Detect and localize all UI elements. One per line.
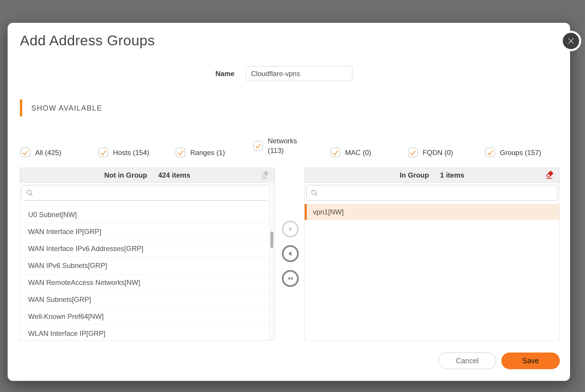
filter-group-networks: Networks (113) xyxy=(253,133,302,159)
panel-title: In Group xyxy=(400,171,429,179)
name-input[interactable] xyxy=(246,66,352,81)
filter-group-fqdn: FQDN (0) xyxy=(408,146,453,159)
list-item[interactable]: WAN Subnets[GRP] xyxy=(20,291,270,308)
checkbox-all[interactable] xyxy=(21,148,30,157)
section-title: SHOW AVAILABLE xyxy=(31,104,102,112)
name-field-row: Name xyxy=(215,66,352,81)
filter-label: Hosts (154) xyxy=(113,148,149,157)
checkbox-groups[interactable] xyxy=(486,148,495,157)
list-item-label: WAN Interface IP[GRP] xyxy=(28,228,101,235)
checkmark-icon xyxy=(255,142,262,150)
not-in-group-header: Not in Group 424 items xyxy=(20,168,275,183)
in-group-list: vpn1[NW] xyxy=(305,204,559,341)
close-button[interactable] xyxy=(563,33,579,49)
not-in-group-list: U0 Subnet[NW] WAN Interface IP[GRP] WAN … xyxy=(20,202,270,341)
clear-in-group-button[interactable] xyxy=(545,171,555,180)
page-backdrop: { "dialog": { "title": "Add Address Grou… xyxy=(0,0,585,392)
panel-item-count: 424 items xyxy=(158,171,190,179)
in-group-panel: In Group 1 items xyxy=(304,168,560,341)
list-item[interactable]: U0 Subnet[NW] xyxy=(20,206,270,223)
checkmark-icon xyxy=(100,149,107,157)
close-icon xyxy=(567,37,575,45)
list-item-label: WAN IPv6 Subnets[GRP] xyxy=(28,262,107,269)
in-group-search-input[interactable] xyxy=(321,185,555,200)
eraser-icon xyxy=(260,171,269,180)
list-item-label: vpn1[NW] xyxy=(313,208,344,216)
eraser-icon xyxy=(545,171,554,180)
filter-group-mac: MAC (0) xyxy=(331,146,371,159)
list-item-label: WAN Interface IPv6 Addresses[GRP] xyxy=(28,245,143,252)
list-item-label: U0 Subnet[NW] xyxy=(28,211,77,219)
filter-group-ranges: Ranges (1) xyxy=(176,146,225,159)
list-item[interactable]: vpn1[NW] xyxy=(305,204,559,220)
move-left-button[interactable] xyxy=(282,245,299,262)
name-label: Name xyxy=(215,70,234,78)
dialog-title: Add Address Groups xyxy=(20,32,155,49)
not-in-group-panel: Not in Group 424 items xyxy=(20,168,275,341)
list-item[interactable]: WAN IPv6 Subnets[GRP] xyxy=(20,257,270,274)
filter-label: MAC (0) xyxy=(345,148,371,157)
save-button[interactable]: Save xyxy=(501,353,560,369)
show-available-section: SHOW AVAILABLE xyxy=(20,99,102,116)
filter-group-groups: Groups (157) xyxy=(486,146,541,159)
filter-label: FQDN (0) xyxy=(423,148,453,157)
scrollbar-thumb[interactable] xyxy=(270,231,273,248)
list-item[interactable]: WAN Interface IP[GRP] xyxy=(20,223,270,240)
in-group-search-row xyxy=(305,183,559,202)
filter-label: Networks (113) xyxy=(268,136,302,155)
in-group-header: In Group 1 items xyxy=(305,168,559,183)
checkbox-ranges[interactable] xyxy=(176,148,185,157)
add-address-groups-dialog: Add Address Groups Name SHOW AVAILABLE A… xyxy=(8,23,570,381)
filter-label: All (425) xyxy=(35,148,61,157)
filter-group-hosts: Hosts (154) xyxy=(99,146,149,159)
checkmark-icon xyxy=(332,149,339,157)
arrow-left-icon xyxy=(287,250,294,257)
scrollbar-track xyxy=(269,183,275,341)
section-accent-bar xyxy=(20,99,22,116)
cancel-button[interactable]: Cancel xyxy=(438,353,496,369)
checkmark-icon xyxy=(177,149,184,157)
not-in-group-search-input[interactable] xyxy=(36,185,270,200)
move-all-left-button[interactable] xyxy=(282,270,299,287)
move-right-button[interactable] xyxy=(282,221,299,238)
filter-group-all: All (425) xyxy=(21,146,61,159)
panel-item-count: 1 items xyxy=(440,171,464,179)
checkmark-icon xyxy=(409,149,416,157)
list-item[interactable]: WLAN Interface IP[GRP] xyxy=(20,325,270,341)
checkbox-hosts[interactable] xyxy=(99,148,108,157)
list-item[interactable]: WAN Interface IPv6 Addresses[GRP] xyxy=(20,240,270,257)
checkbox-mac[interactable] xyxy=(331,148,340,157)
checkbox-networks[interactable] xyxy=(253,141,263,150)
list-item-label: WAN Subnets[GRP] xyxy=(28,295,91,303)
panel-title: Not in Group xyxy=(104,171,147,179)
checkmark-icon xyxy=(22,149,29,157)
filter-label: Groups (157) xyxy=(500,148,541,157)
double-arrow-left-icon xyxy=(286,275,294,282)
clear-not-in-group-button[interactable] xyxy=(260,171,270,180)
checkmark-icon xyxy=(487,149,494,157)
list-item[interactable]: Well-Known Pref64[NW] xyxy=(20,308,270,325)
partial-row xyxy=(20,202,270,206)
list-item-label: WLAN Interface IP[GRP] xyxy=(28,329,105,337)
list-item-label: WAN RemoteAccess Networks[NW] xyxy=(28,278,140,286)
list-item[interactable]: WAN RemoteAccess Networks[NW] xyxy=(20,274,270,291)
not-in-group-search-row xyxy=(20,183,275,202)
search-box xyxy=(21,185,273,201)
search-box xyxy=(306,185,558,201)
arrow-right-icon xyxy=(287,225,294,233)
filter-label: Ranges (1) xyxy=(190,148,225,157)
list-item-label: Well-Known Pref64[NW] xyxy=(28,312,104,320)
checkbox-fqdn[interactable] xyxy=(408,148,418,157)
